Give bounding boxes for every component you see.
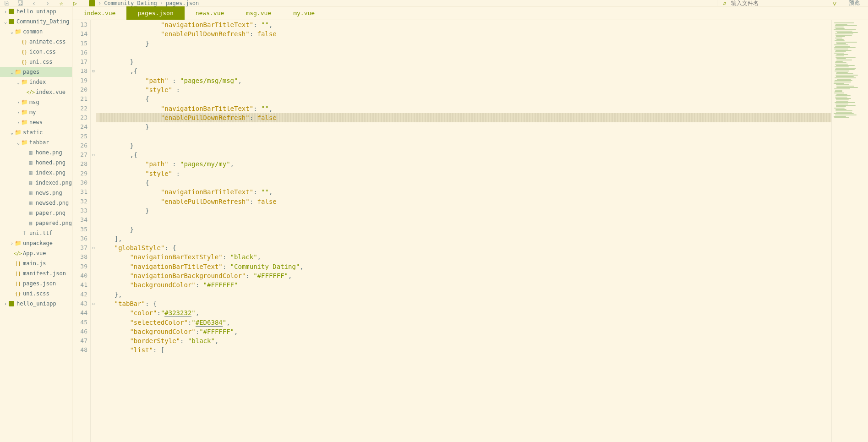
tree-item-community-dating[interactable]: ⌄Community_Dating <box>0 16 72 27</box>
code-line[interactable]: ,{ <box>99 66 831 76</box>
breadcrumb-item[interactable]: pages.json <box>166 0 199 6</box>
tree-item-homed-png[interactable]: ▦homed.png <box>0 158 72 168</box>
expand-arrow-icon[interactable]: ⌄ <box>16 80 21 85</box>
file-explorer[interactable]: ›hello uniapp⌄Community_Dating⌄📁common{}… <box>0 6 72 442</box>
tree-item-uni-css[interactable]: {}uni.css <box>0 57 72 67</box>
code-line[interactable]: "enablePullDownRefresh": false <box>99 29 831 38</box>
tree-item-app-vue[interactable]: </>App.vue <box>0 248 72 258</box>
expand-arrow-icon[interactable]: ⌄ <box>16 140 21 145</box>
tree-item-hello-uniapp[interactable]: ›hello uniapp <box>0 6 72 16</box>
code-editor[interactable]: "navigationBarTitleText": "", "enablePul… <box>96 20 831 442</box>
save-icon[interactable]: 🖫 <box>16 0 24 7</box>
tree-item-newsed-png[interactable]: ▦newsed.png <box>0 198 72 208</box>
code-line[interactable]: "color":"#323232", <box>99 308 831 317</box>
code-line[interactable]: "borderStyle": "black", <box>99 336 831 345</box>
expand-arrow-icon[interactable]: › <box>3 301 8 306</box>
tab-news-vue[interactable]: news.vue <box>185 6 235 20</box>
code-line[interactable]: }, <box>99 290 831 299</box>
tree-item-index-png[interactable]: ▦index.png <box>0 168 72 178</box>
code-line[interactable]: "navigationBarTitleText": "Community Dat… <box>99 262 831 271</box>
back-icon[interactable]: ‹ <box>30 0 38 7</box>
tree-item-index-vue[interactable]: </>index.vue <box>0 87 72 97</box>
tree-item-manifest-json[interactable]: []manifest.json <box>0 268 72 278</box>
code-line[interactable]: ,{ <box>99 150 831 159</box>
filter-icon[interactable]: ▽ <box>831 0 838 7</box>
tree-item-pages-json[interactable]: []pages.json <box>0 278 72 289</box>
code-line[interactable]: "enablePullDownRefresh": false <box>99 113 831 122</box>
tab-msg-vue[interactable]: msg.vue <box>235 6 282 20</box>
minimap[interactable] <box>831 20 868 442</box>
forward-icon[interactable]: › <box>44 0 51 7</box>
search-input[interactable] <box>731 0 823 6</box>
tree-item-paper-png[interactable]: ▦paper.png <box>0 208 72 218</box>
code-line[interactable]: "enablePullDownRefresh": false <box>99 197 831 206</box>
expand-arrow-icon[interactable]: ⌄ <box>9 70 15 75</box>
new-file-icon[interactable]: ⎘ <box>3 0 10 7</box>
tree-item-news-png[interactable]: ▦news.png <box>0 188 72 198</box>
code-line[interactable] <box>99 132 831 141</box>
code-line[interactable]: "navigationBarTitleText": "", <box>99 20 831 29</box>
tree-item-papered-png[interactable]: ▦papered.png <box>0 218 72 228</box>
code-line[interactable]: "list": [ <box>99 345 831 355</box>
code-line[interactable]: "backgroundColor": "#FFFFFF" <box>99 280 831 289</box>
tab-index-vue[interactable]: index.vue <box>72 6 126 20</box>
tree-item-icon-css[interactable]: {}icon.css <box>0 47 72 57</box>
tab-my-vue[interactable]: my.vue <box>282 6 326 20</box>
code-line[interactable]: "navigationBarTextStyle": "black", <box>99 252 831 262</box>
code-line[interactable]: { <box>99 178 831 187</box>
tree-item-label: hello uniapp <box>16 8 56 15</box>
tree-item-animate-css[interactable]: {}animate.css <box>0 37 72 47</box>
code-line[interactable]: "tabBar": { <box>99 299 831 308</box>
tree-item-common[interactable]: ⌄📁common <box>0 27 72 37</box>
expand-arrow-icon[interactable]: › <box>16 110 21 115</box>
tree-item-news[interactable]: ›📁news <box>0 117 72 127</box>
code-line[interactable]: "navigationBarBackgroundColor": "#FFFFFF… <box>99 271 831 280</box>
tree-item-static[interactable]: ⌄📁static <box>0 127 72 137</box>
search-icon[interactable]: ⌕ <box>721 0 728 7</box>
tree-item-home-png[interactable]: ▦home.png <box>0 147 72 158</box>
code-line[interactable]: "backgroundColor":"#FFFFFF", <box>99 327 831 336</box>
expand-arrow-icon[interactable]: ⌄ <box>9 130 15 135</box>
code-line[interactable]: ], <box>99 234 831 243</box>
code-line[interactable]: "path" : "pages/msg/msg", <box>99 76 831 85</box>
tree-item-unpackage[interactable]: ›📁unpackage <box>0 238 72 248</box>
expand-arrow-icon[interactable]: ⌄ <box>3 19 8 24</box>
tree-item-uni-ttf[interactable]: Tuni.ttf <box>0 228 72 238</box>
tree-item-uni-scss[interactable]: {}uni.scss <box>0 289 72 299</box>
tree-item-index[interactable]: ⌄📁index <box>0 77 72 87</box>
code-line[interactable]: } <box>99 39 831 48</box>
tree-item-my[interactable]: ›📁my <box>0 107 72 117</box>
code-line[interactable]: "selectedColor":"#ED6384", <box>99 318 831 327</box>
tree-item-label: uni.scss <box>23 290 49 297</box>
code-line[interactable]: "navigationBarTitleText": "", <box>99 187 831 196</box>
code-line[interactable]: "navigationBarTitleText": "", <box>99 104 831 113</box>
tree-item-hello-uniapp[interactable]: ›hello_uniapp <box>0 299 72 309</box>
code-line[interactable]: "path" : "pages/my/my", <box>99 159 831 169</box>
tree-item-tabbar[interactable]: ⌄📁tabbar <box>0 137 72 147</box>
code-line[interactable] <box>99 215 831 224</box>
code-line[interactable]: } <box>99 141 831 150</box>
run-icon[interactable]: ▷ <box>71 0 79 7</box>
star-icon[interactable]: ☆ <box>58 0 65 7</box>
code-line[interactable]: } <box>99 57 831 66</box>
expand-arrow-icon[interactable]: › <box>16 120 21 125</box>
code-line[interactable] <box>99 48 831 57</box>
code-line[interactable]: "style" : <box>99 85 831 94</box>
code-line[interactable]: } <box>99 122 831 131</box>
code-line[interactable]: "style" : <box>99 169 831 178</box>
expand-arrow-icon[interactable]: ⌄ <box>9 29 15 34</box>
expand-arrow-icon[interactable]: › <box>9 241 15 246</box>
preview-button[interactable]: 预览 <box>843 0 865 7</box>
tree-item-msg[interactable]: ›📁msg <box>0 97 72 107</box>
code-line[interactable]: } <box>99 206 831 215</box>
tree-item-pages[interactable]: ⌄📁pages <box>0 67 72 77</box>
tree-item-main-js[interactable]: []main.js <box>0 258 72 268</box>
tab-pages-json[interactable]: pages.json <box>126 6 184 20</box>
code-line[interactable]: "globalStyle": { <box>99 243 831 252</box>
expand-arrow-icon[interactable]: › <box>3 9 8 14</box>
expand-arrow-icon[interactable]: › <box>16 100 21 105</box>
code-line[interactable]: } <box>99 225 831 234</box>
code-line[interactable]: { <box>99 94 831 104</box>
breadcrumb-item[interactable]: Community_Dating <box>104 0 157 6</box>
tree-item-indexed-png[interactable]: ▦indexed.png <box>0 178 72 188</box>
